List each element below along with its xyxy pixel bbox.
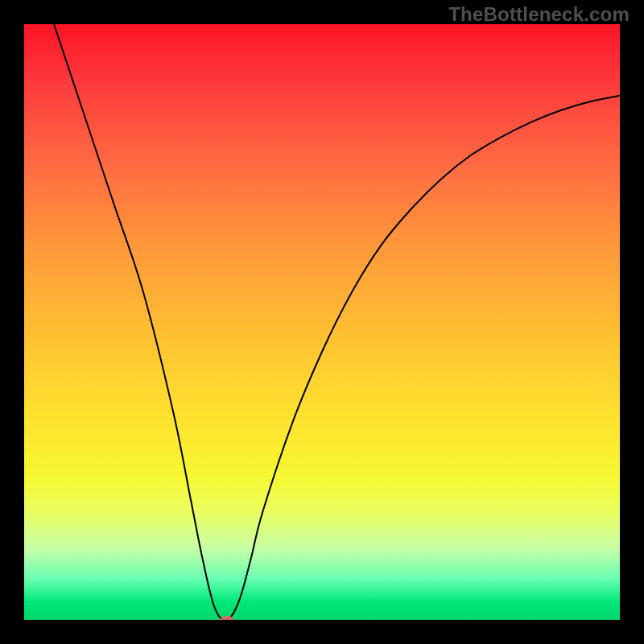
chart-frame: TheBottleneck.com — [0, 0, 644, 644]
optimum-marker — [220, 616, 234, 620]
bottleneck-curve — [24, 24, 620, 620]
plot-area — [24, 24, 620, 620]
watermark-text: TheBottleneck.com — [448, 3, 630, 26]
